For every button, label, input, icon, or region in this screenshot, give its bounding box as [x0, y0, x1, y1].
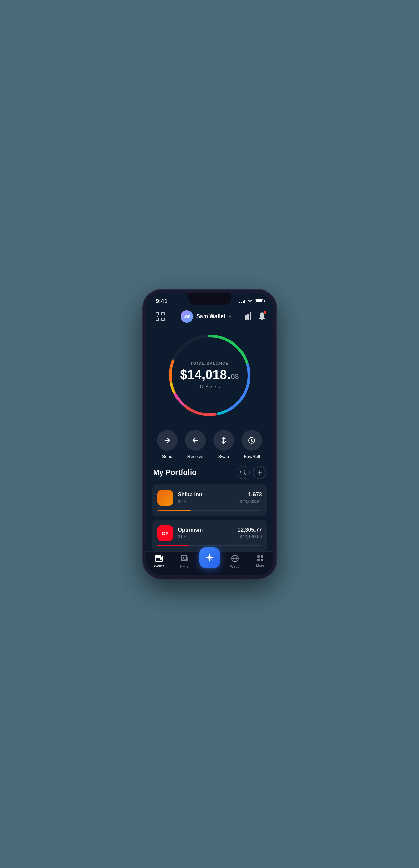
asset-row: 🐕 Shiba Inu 32% 1.673 $43,003.34 — [157, 490, 262, 506]
swap-label: Swap — [218, 454, 229, 459]
nav-web3-label: Web3 — [230, 564, 240, 568]
buysell-label: Buy/Sell — [244, 454, 260, 459]
balance-circle: TOTAL BALANCE $14,018.08 12 Assets — [165, 331, 254, 420]
shiba-inu-progress-fill — [157, 510, 191, 511]
action-buttons: Send Receive Swap — [146, 427, 273, 466]
shiba-inu-icon: 🐕 — [157, 490, 173, 506]
chevron-down-icon: ▾ — [229, 314, 231, 319]
shiba-inu-pct: 32% — [178, 499, 235, 504]
send-label: Send — [162, 454, 172, 459]
wallet-name: Sam Wallet — [196, 313, 225, 320]
svg-rect-1 — [161, 312, 164, 315]
nav-wallet-label: Wallet — [154, 564, 164, 568]
svg-text:🐕: 🐕 — [160, 493, 170, 502]
optimism-icon: OP — [157, 525, 173, 541]
scan-icon — [155, 312, 165, 321]
svg-rect-7 — [247, 314, 249, 320]
nav-more[interactable]: More — [250, 555, 271, 567]
bottom-nav: Wallet NFTs — [146, 551, 273, 575]
status-time: 9:41 — [156, 298, 168, 305]
buysell-icon: $ — [248, 437, 256, 444]
notch — [188, 293, 231, 305]
nav-nfts-label: NFTs — [180, 564, 189, 568]
balance-label: TOTAL BALANCE — [179, 361, 240, 365]
nav-web3[interactable]: Web3 — [225, 554, 245, 568]
web3-icon — [231, 554, 239, 562]
balance-section: TOTAL BALANCE $14,018.08 12 Assets — [146, 327, 273, 427]
notifications-button[interactable] — [258, 312, 266, 321]
shiba-inu-progress-bar — [157, 510, 262, 511]
svg-rect-6 — [245, 315, 247, 320]
nav-more-label: More — [256, 563, 264, 567]
optimism-progress-bar — [157, 545, 262, 546]
portfolio-header: My Portfolio — [152, 466, 267, 479]
svg-rect-3 — [161, 318, 164, 321]
wifi-icon — [247, 299, 253, 303]
svg-rect-0 — [156, 312, 159, 315]
svg-text:OP: OP — [162, 531, 168, 536]
swap-button[interactable]: Swap — [213, 430, 234, 459]
balance-whole: $14,018. — [180, 367, 231, 382]
notification-badge — [263, 311, 267, 314]
receive-icon-circle — [185, 430, 206, 451]
chart-icon — [245, 312, 253, 320]
send-icon-circle — [157, 430, 178, 451]
search-button[interactable] — [237, 466, 250, 479]
nav-nfts[interactable]: NFTs — [174, 554, 195, 568]
svg-rect-8 — [250, 312, 251, 320]
shiba-inu-info: Shiba Inu 32% — [178, 492, 235, 504]
svg-rect-22 — [160, 558, 162, 560]
more-icon — [257, 555, 263, 561]
asset-row: OP Optimism 31% 12,305.77 $42,149.56 — [157, 525, 262, 541]
scan-button[interactable] — [153, 310, 167, 323]
svg-point-25 — [183, 557, 184, 558]
receive-button[interactable]: Receive — [185, 430, 206, 459]
optimism-name: Optimism — [178, 527, 233, 533]
balance-assets-count: 12 Assets — [179, 384, 240, 389]
shiba-inu-usd: $43,003.34 — [239, 499, 262, 504]
status-icons — [239, 299, 263, 303]
optimism-info: Optimism 31% — [178, 527, 233, 539]
header-right — [245, 312, 266, 321]
plus-icon — [257, 470, 262, 475]
buysell-button[interactable]: $ Buy/Sell — [241, 430, 262, 459]
optimism-progress-fill — [157, 545, 190, 546]
optimism-usd: $42,149.56 — [237, 534, 262, 539]
balance-info: TOTAL BALANCE $14,018.08 12 Assets — [179, 361, 240, 389]
search-icon — [240, 470, 246, 475]
nav-center-button[interactable] — [199, 547, 220, 568]
header: SW Sam Wallet ▾ — [146, 307, 273, 327]
battery-icon — [255, 299, 263, 303]
nft-icon — [180, 554, 188, 562]
shiba-inu-name: Shiba Inu — [178, 492, 235, 498]
avatar: SW — [181, 310, 193, 323]
shiba-inu-amount: 1.673 — [239, 492, 262, 498]
asset-card-optimism[interactable]: OP Optimism 31% 12,305.77 $42,149.56 — [152, 520, 267, 551]
nav-wallet[interactable]: Wallet — [149, 555, 169, 568]
wallet-icon — [155, 555, 163, 562]
optimism-amount: 12,305.77 — [237, 527, 262, 533]
send-button[interactable]: Send — [157, 430, 178, 459]
charts-button[interactable] — [245, 312, 253, 321]
signal-icon — [239, 299, 245, 303]
portfolio-section: My Portfolio — [146, 466, 273, 551]
asset-card-shiba-inu[interactable]: 🐕 Shiba Inu 32% 1.673 $43,003.34 — [152, 484, 267, 516]
optimism-value: 12,305.77 $42,149.56 — [237, 527, 262, 539]
portfolio-title: My Portfolio — [153, 468, 197, 477]
add-asset-button[interactable] — [253, 466, 266, 479]
receive-label: Receive — [187, 454, 204, 459]
svg-rect-2 — [156, 318, 159, 321]
swap-icon-circle — [213, 430, 234, 451]
shiba-inu-value: 1.673 $43,003.34 — [239, 492, 262, 504]
send-icon — [163, 437, 171, 444]
wallet-selector[interactable]: SW Sam Wallet ▾ — [181, 310, 231, 323]
portfolio-actions — [237, 466, 266, 479]
svg-text:$: $ — [251, 438, 253, 442]
center-nav-icon — [205, 553, 214, 562]
buysell-icon-circle: $ — [241, 430, 262, 451]
receive-icon — [192, 437, 199, 444]
balance-cents: 08 — [231, 372, 239, 381]
balance-amount: $14,018.08 — [179, 368, 240, 381]
swap-icon — [220, 437, 227, 444]
optimism-pct: 31% — [178, 534, 233, 539]
